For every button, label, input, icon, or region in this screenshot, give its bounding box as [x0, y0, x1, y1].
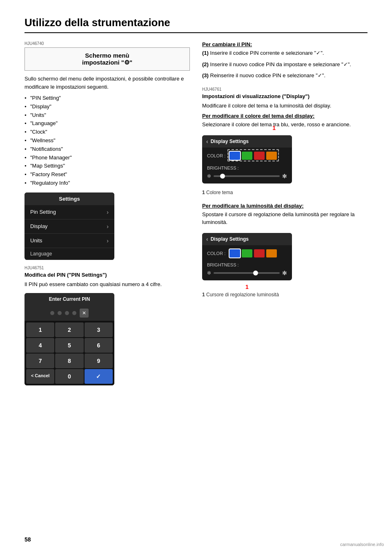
display-section-code: HJU46761: [202, 87, 368, 92]
list-item: "Clock": [24, 128, 190, 137]
callout-num-1: 1: [202, 190, 205, 195]
callout-label-2: 1 Cursore di regolazione luminosità: [202, 292, 368, 298]
arrow-icon: ›: [107, 223, 109, 230]
backspace-button[interactable]: ✕: [80, 309, 89, 318]
brightness-slider-1: ✻ ✻: [207, 173, 287, 179]
swatch-red-2[interactable]: [254, 249, 265, 257]
brightness-low-icon: ✻: [207, 173, 211, 179]
disp-body-2: COLOR : BRIGHTNESS : ✻: [202, 245, 292, 280]
menu-item-display[interactable]: Display ›: [24, 219, 114, 234]
key-4[interactable]: 4: [26, 338, 54, 353]
disp-screen-header-2: ‹ Display Settings: [202, 233, 292, 245]
cancel-button[interactable]: < Cancel: [26, 369, 54, 384]
page-title: Utilizzo della strumentazione: [24, 16, 170, 29]
page-title-section: Utilizzo della strumentazione: [24, 16, 368, 33]
box-title-line1: Schermo menù: [85, 52, 129, 59]
menu-item-label: Pin Setting: [30, 209, 56, 215]
swatch-orange-2[interactable]: [266, 249, 277, 257]
screen-header: Settings: [24, 192, 114, 205]
callout-1-top: 1: [272, 125, 276, 131]
step-num-1: (1): [202, 50, 209, 56]
brightness-label-2: BRIGHTNESS :: [207, 262, 287, 267]
callout-text-1: Colore tema: [206, 190, 233, 195]
settings-screen: Settings Pin Setting › Display › Units ›…: [24, 192, 114, 260]
pin-step-3: (3) Reinserire il nuovo codice PIN e sel…: [202, 72, 368, 80]
brightness-low-icon-2: ✻: [207, 270, 211, 276]
bullet-list: "PIN Setting" "Display" "Units" "Languag…: [24, 94, 190, 188]
brightness-text: Spostare il cursore di regolazione della…: [202, 210, 368, 226]
pin-screen: Enter Current PIN ✕ 1 2 3 4 5 6 7 8: [24, 293, 114, 385]
menu-item-label: Language: [30, 251, 52, 257]
disp-header-text-2: Display Settings: [211, 236, 249, 242]
menu-item-language[interactable]: Language: [24, 248, 114, 260]
brightness-label-1: BRIGHTNESS :: [207, 166, 287, 170]
disp-header-text-1: Display Settings: [211, 139, 249, 144]
disp-screen-header-1: ‹ Display Settings: [202, 135, 292, 148]
swatch-blue-2[interactable]: [229, 249, 240, 257]
list-item: "Notifications": [24, 145, 190, 154]
step-num-3: (3): [202, 72, 209, 78]
pin-dot-2: [58, 311, 62, 315]
menu-item-units[interactable]: Units ›: [24, 234, 114, 248]
slider-track-1[interactable]: [214, 175, 280, 177]
page-number: 58: [24, 536, 31, 543]
callout-text-2: Cursore di regolazione luminosità: [206, 292, 279, 298]
pin-instructions: Per cambiare il PIN: (1) Inserire il cod…: [202, 41, 368, 80]
step-num-2: (2): [202, 61, 209, 67]
arrow-icon: ›: [107, 209, 109, 215]
list-item: "Factory Reset": [24, 170, 190, 179]
display-screen-1-wrapper: 1 ‹ Display Settings COLOR :: [202, 132, 292, 187]
key-1[interactable]: 1: [26, 322, 54, 337]
key-7[interactable]: 7: [26, 354, 54, 368]
key-6[interactable]: 6: [85, 338, 113, 353]
color-label-1: COLOR :: [207, 153, 225, 158]
back-arrow-icon-2: ‹: [206, 236, 208, 242]
display-screen-1: ‹ Display Settings COLOR :: [202, 135, 292, 184]
callout-num-2: 1: [202, 292, 205, 298]
section-code-1: HJU46740: [24, 41, 190, 46]
color-label-2: COLOR :: [207, 251, 225, 256]
brightness-high-icon-2: ✻: [282, 270, 287, 276]
key-9[interactable]: 9: [85, 354, 113, 368]
display-section-title: Impostazioni di visualizzazione ("Displa…: [202, 93, 368, 99]
callout-label-1: 1 Colore tema: [202, 190, 368, 195]
color-swatches-2: [229, 249, 277, 257]
menu-item-pin[interactable]: Pin Setting ›: [24, 205, 114, 219]
slider-thumb-2: [253, 271, 258, 275]
swatch-green-2[interactable]: [242, 249, 252, 257]
display-settings-section: HJU46761 Impostazioni di visualizzazione…: [202, 87, 368, 195]
list-item: "PIN Setting": [24, 94, 190, 103]
pin-screen-header: Enter Current PIN: [24, 293, 114, 305]
display-screen-2-wrapper: ‹ Display Settings COLOR :: [202, 230, 292, 290]
key-8[interactable]: 8: [55, 354, 83, 368]
pin-step-2: (2) Inserire il nuovo codice PIN da impo…: [202, 60, 368, 69]
list-item: "Language": [24, 119, 190, 128]
back-arrow-icon: ‹: [206, 138, 208, 145]
pin-dots-row: ✕: [24, 305, 114, 321]
two-col-layout: HJU46740 Schermo menù impostazioni "⚙" S…: [24, 41, 368, 390]
key-5[interactable]: 5: [55, 338, 83, 353]
list-item: "Display": [24, 103, 190, 111]
step-text-2: Inserire il nuovo codice PIN da impostar…: [210, 61, 351, 67]
slider-thumb-1: [220, 174, 225, 179]
pin-dot-1: [50, 311, 54, 315]
callout-1-bottom: 1: [245, 284, 249, 290]
theme-color-text: Selezionare il colore del tema tra blu, …: [202, 121, 368, 129]
list-item: "Units": [24, 111, 190, 120]
list-item: "Wellness": [24, 137, 190, 145]
theme-color-heading: Per modificare il colore del tema del di…: [202, 113, 368, 119]
step-text-3: Reinserire il nuovo codice PIN e selezio…: [210, 72, 326, 78]
key-2[interactable]: 2: [55, 322, 83, 337]
pin-section-title: Modifica del PIN ("PIN Settings"): [24, 272, 190, 278]
pin-instructions-heading: Per cambiare il PIN:: [202, 41, 368, 47]
brightness-section: Per modificare la luminosità del display…: [202, 203, 368, 298]
key-3[interactable]: 3: [85, 322, 113, 337]
slider-track-2[interactable]: [214, 272, 280, 274]
list-item: "Phone Manager": [24, 154, 190, 162]
display-intro: Modificare il colore del tema e la lumin…: [202, 102, 368, 110]
key-0[interactable]: 0: [55, 369, 83, 384]
right-column: Per cambiare il PIN: (1) Inserire il cod…: [202, 41, 368, 390]
arrow-icon: ›: [107, 237, 109, 244]
confirm-button[interactable]: ✓: [85, 369, 113, 384]
left-column: HJU46740 Schermo menù impostazioni "⚙" S…: [24, 41, 190, 390]
